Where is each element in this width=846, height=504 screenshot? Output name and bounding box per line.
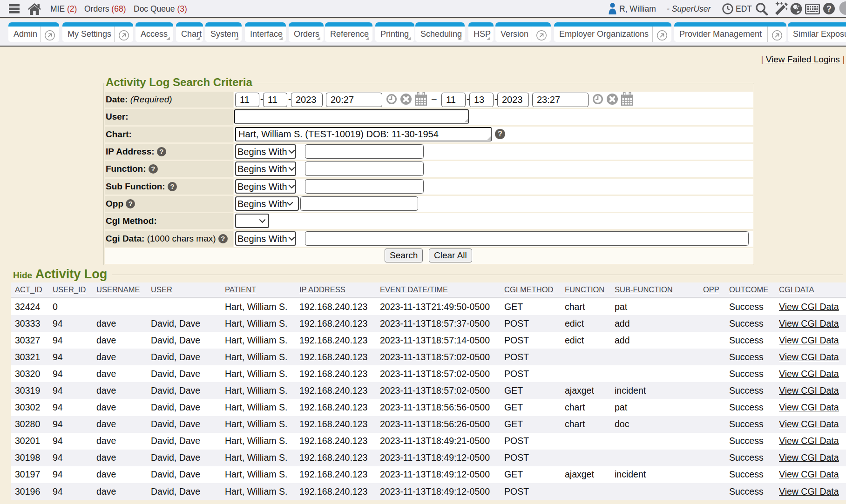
svg-text:?: ?	[826, 4, 832, 13]
